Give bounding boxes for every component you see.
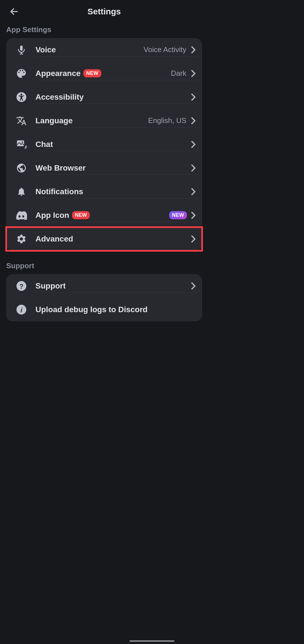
row-value: Dark (171, 69, 186, 78)
section-header-support: Support (0, 251, 208, 274)
support-card: ? Support i Upload debug logs to Discord (6, 274, 202, 321)
palette-icon (13, 68, 30, 79)
svg-rect-5 (17, 140, 24, 146)
row-label: App Icon (35, 211, 69, 220)
settings-row-chat[interactable]: A Chat (6, 133, 202, 156)
microphone-icon (13, 44, 30, 55)
chat-image-icon: A (13, 139, 30, 150)
chevron-right-icon (189, 70, 198, 77)
new-badge: NEW (72, 211, 90, 219)
chevron-right-icon (189, 164, 198, 172)
settings-row-voice[interactable]: Voice Voice Activity (6, 38, 202, 62)
row-label: Web Browser (35, 164, 86, 173)
row-label: Voice (35, 45, 56, 54)
svg-text:i: i (21, 306, 23, 314)
page-title: Settings (7, 7, 202, 16)
chevron-right-icon (189, 140, 198, 148)
row-label: Chat (35, 140, 53, 149)
info-icon: i (13, 304, 30, 315)
row-label: Upload debug logs to Discord (35, 305, 147, 314)
settings-row-app-icon[interactable]: App Icon NEW NEW (6, 204, 202, 227)
row-value: Voice Activity (144, 45, 186, 54)
language-icon (13, 115, 30, 126)
settings-row-web-browser[interactable]: Web Browser (6, 156, 202, 180)
settings-row-notifications[interactable]: Notifications (6, 180, 202, 204)
chevron-right-icon (189, 211, 198, 219)
chevron-right-icon (189, 93, 198, 101)
accessibility-icon (13, 92, 30, 102)
app-settings-card: Voice Voice Activity Appearance NEW Dark… (6, 38, 202, 251)
settings-row-support[interactable]: ? Support (6, 274, 202, 298)
discord-icon (13, 211, 30, 220)
settings-row-upload-logs[interactable]: i Upload debug logs to Discord (6, 298, 202, 321)
row-label: Accessibility (35, 93, 84, 102)
settings-row-appearance[interactable]: Appearance NEW Dark (6, 62, 202, 85)
back-button[interactable] (8, 5, 20, 18)
row-value: English, US (148, 116, 186, 125)
bell-icon (13, 186, 30, 197)
globe-icon (13, 163, 30, 173)
chevron-right-icon (189, 235, 198, 243)
chevron-right-icon (189, 282, 198, 290)
svg-point-6 (22, 142, 23, 143)
settings-row-accessibility[interactable]: Accessibility (6, 85, 202, 109)
row-label: Support (35, 281, 66, 290)
new-badge-purple: NEW (169, 211, 187, 219)
svg-point-4 (21, 93, 22, 95)
row-label: Language (35, 116, 73, 125)
row-label: Advanced (35, 234, 73, 243)
arrow-left-icon (9, 7, 19, 16)
svg-text:A: A (24, 145, 27, 150)
chevron-right-icon (189, 46, 198, 54)
svg-text:?: ? (19, 283, 24, 290)
section-header-app-settings: App Settings (0, 24, 208, 38)
chevron-right-icon (189, 117, 198, 125)
row-label: Appearance (35, 69, 81, 78)
settings-row-advanced[interactable]: Advanced (6, 227, 202, 251)
chevron-right-icon (189, 188, 198, 196)
gear-icon (13, 234, 30, 244)
header: Settings (0, 0, 208, 24)
row-label: Notifications (35, 187, 83, 196)
settings-row-language[interactable]: Language English, US (6, 109, 202, 133)
new-badge: NEW (83, 69, 101, 77)
help-icon: ? (13, 281, 30, 291)
